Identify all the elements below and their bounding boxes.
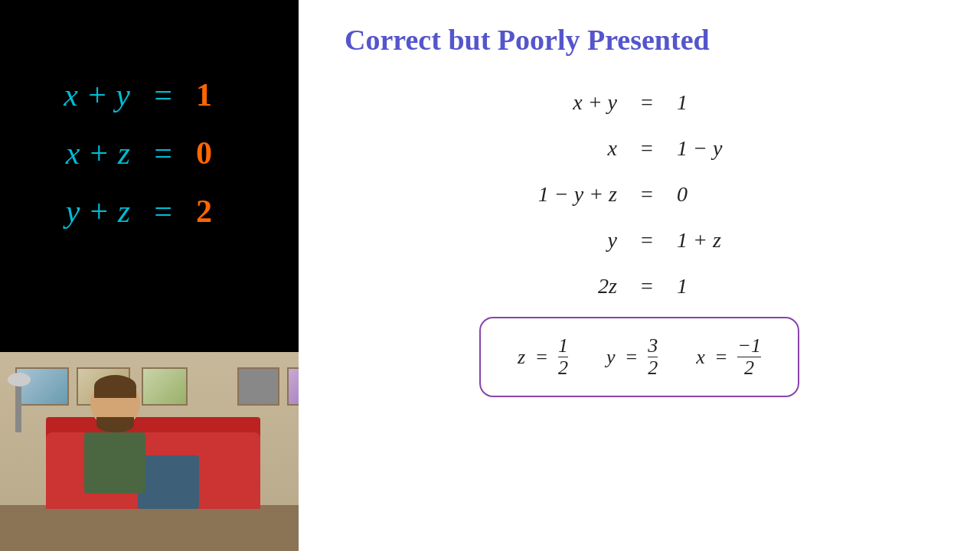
step-2-sign: = <box>635 136 658 161</box>
step-2-lhs: x <box>525 136 617 161</box>
step-4-lhs: y <box>525 228 617 253</box>
left-eq-1: x + y = 1 <box>15 77 283 113</box>
answer-x-sign: = <box>716 346 727 369</box>
step-1: x + y = 1 <box>525 80 753 126</box>
left-panel: x + y = 1 x + z = 0 y + z = 2 <box>0 0 299 551</box>
lamp <box>15 386 21 432</box>
step-1-sign: = <box>635 90 658 115</box>
step-3: 1 − y + z = 0 <box>525 171 753 217</box>
answer-y-den: 2 <box>648 357 658 378</box>
step-3-lhs: 1 − y + z <box>525 182 617 207</box>
answer-x-lhs: x <box>696 346 705 369</box>
person-body <box>84 432 145 494</box>
answer-z-sign: = <box>536 346 547 369</box>
answer-y: y = 3 2 <box>606 336 658 378</box>
step-5-lhs: 2z <box>525 274 617 298</box>
step-5-rhs: 1 <box>677 274 753 298</box>
step-2-rhs: 1 − y <box>677 136 753 161</box>
answer-y-frac: 3 2 <box>648 336 658 378</box>
step-2: x = 1 − y <box>525 126 753 171</box>
step-1-rhs: 1 <box>677 90 753 115</box>
step-3-sign: = <box>635 182 658 207</box>
left-eq-2-sign: = <box>144 135 182 171</box>
step-5-sign: = <box>635 274 658 298</box>
answer-z-frac: 1 2 <box>558 336 568 378</box>
left-eq-2-rhs: 0 <box>196 135 234 171</box>
answer-x-den: 2 <box>744 357 754 378</box>
answer-x-num: −1 <box>737 336 761 357</box>
step-4: y = 1 + z <box>525 217 753 263</box>
answer-y-sign: = <box>626 346 637 369</box>
left-eq-1-rhs: 1 <box>196 77 234 113</box>
left-eq-2: x + z = 0 <box>15 135 283 171</box>
slide-content: x + y = 1 x = 1 − y 1 − y + z = 0 y = 1 … <box>345 72 934 397</box>
step-5: 2z = 1 <box>525 263 753 309</box>
step-4-sign: = <box>635 228 658 253</box>
person-head <box>90 379 140 429</box>
left-eq-3-lhs: y + z <box>15 193 130 230</box>
answer-z-num: 1 <box>558 336 568 357</box>
left-eq-3-rhs: 2 <box>196 193 234 230</box>
step-3-rhs: 0 <box>677 182 753 207</box>
step-1-lhs: x + y <box>525 90 617 115</box>
answer-x-frac: −1 2 <box>737 336 761 378</box>
answer-box: z = 1 2 y = 3 2 x = − <box>479 317 799 397</box>
answer-z-lhs: z <box>518 346 525 369</box>
left-eq-3-sign: = <box>144 193 182 230</box>
left-eq-1-lhs: x + y <box>15 77 130 113</box>
answer-z: z = 1 2 <box>518 336 568 378</box>
person-beard <box>96 417 134 432</box>
left-eq-2-lhs: x + z <box>15 135 130 171</box>
answer-y-num: 3 <box>648 336 658 357</box>
wall-pic-4 <box>237 367 279 406</box>
left-equations: x + y = 1 x + z = 0 y + z = 2 <box>15 77 283 251</box>
answer-z-den: 2 <box>558 357 568 378</box>
left-eq-1-sign: = <box>144 77 182 113</box>
answer-y-lhs: y <box>606 346 616 369</box>
person <box>69 379 161 509</box>
person-hair <box>94 375 136 398</box>
slide-title: Correct but Poorly Presented <box>345 23 934 57</box>
answer-x: x = −1 2 <box>696 336 761 378</box>
left-eq-3: y + z = 2 <box>15 193 283 230</box>
lamp-shade <box>8 373 31 386</box>
step-4-rhs: 1 + z <box>677 228 753 253</box>
right-panel: Correct but Poorly Presented x + y = 1 x… <box>299 0 980 551</box>
